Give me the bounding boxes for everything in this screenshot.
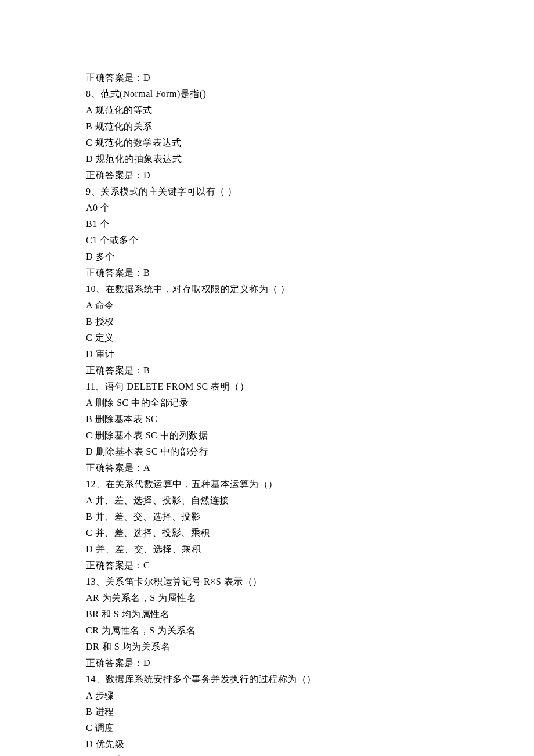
text-line: 9、关系模式的主关键字可以有（ ） — [86, 183, 448, 200]
text-line: 正确答案是：D — [86, 167, 448, 183]
text-line: C 删除基本表 SC 中的列数据 — [86, 427, 448, 444]
text-line: A0 个 — [86, 200, 448, 216]
text-line: 正确答案是：A — [86, 460, 448, 476]
text-line: A 并、差、选择、投影、自然连接 — [86, 492, 448, 509]
text-line: 8、范式(Normal Form)是指() — [86, 86, 448, 102]
text-line: C 并、差、选择、投影、乘积 — [86, 525, 448, 541]
text-line: A 步骤 — [86, 687, 448, 704]
document-body: 正确答案是：D8、范式(Normal Form)是指()A 规范化的等式B 规范… — [86, 70, 448, 756]
text-line: 14、数据库系统安排多个事务并发执行的过程称为（） — [86, 671, 448, 687]
text-line: 正确答案是：B — [86, 265, 448, 281]
text-line: 12、在关系代数运算中，五种基本运算为（） — [86, 476, 448, 492]
text-line: 10、在数据系统中，对存取权限的定义称为（ ） — [86, 281, 448, 297]
text-line: B 进程 — [86, 704, 448, 720]
text-line: B 删除基本表 SC — [86, 411, 448, 427]
text-line: 11、语句 DELETE FROM SC 表明（） — [86, 379, 448, 395]
text-line: BR 和 S 均为属性名 — [86, 606, 448, 622]
text-line: D 审计 — [86, 346, 448, 362]
text-line: C 定义 — [86, 330, 448, 346]
text-line: B1 个 — [86, 216, 448, 232]
text-line: B 并、差、交、选择、投影 — [86, 509, 448, 525]
text-line: D 并、差、交、选择、乘积 — [86, 541, 448, 557]
text-line: 正确答案是：C — [86, 557, 448, 574]
text-line: 正确答案是：D — [86, 655, 448, 671]
text-line: D 多个 — [86, 249, 448, 265]
text-line: AR 为关系名，S 为属性名 — [86, 590, 448, 606]
text-line: 正确答案是：D — [86, 70, 448, 86]
text-line: 13、关系笛卡尔积运算记号 R×S 表示（） — [86, 574, 448, 590]
text-line: D 规范化的抽象表达式 — [86, 151, 448, 167]
text-line: B 授权 — [86, 314, 448, 330]
text-line: CR 为属性名，S 为关系名 — [86, 622, 448, 639]
text-line: DR 和 S 均为关系名 — [86, 639, 448, 655]
text-line: D 优先级 — [86, 736, 448, 753]
text-line: C 规范化的数学表达式 — [86, 135, 448, 151]
text-line: D 删除基本表 SC 中的部分行 — [86, 444, 448, 460]
text-line: B 规范化的关系 — [86, 118, 448, 135]
text-line: C1 个或多个 — [86, 232, 448, 249]
text-line: A 规范化的等式 — [86, 102, 448, 118]
text-line: 正确答案是：C — [86, 753, 448, 756]
text-line: A 删除 SC 中的全部记录 — [86, 395, 448, 411]
text-line: C 调度 — [86, 720, 448, 736]
text-line: A 命令 — [86, 297, 448, 314]
text-line: 正确答案是：B — [86, 362, 448, 379]
